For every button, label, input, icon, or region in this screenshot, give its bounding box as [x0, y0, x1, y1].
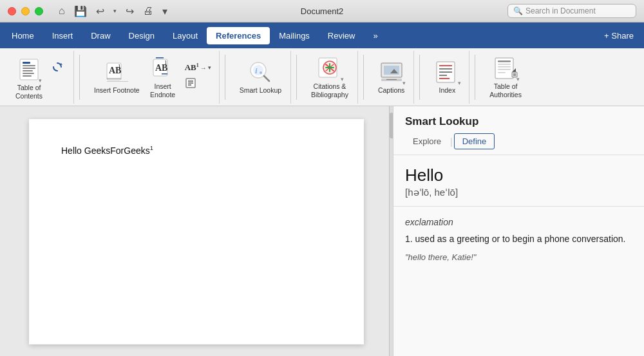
sl-def-item: 1. used as a greeting or to begin a phon…	[405, 232, 632, 246]
show-notes-icon	[185, 77, 199, 89]
svg-rect-47	[498, 66, 511, 68]
menubar: Home Insert Draw Design Layout Reference…	[0, 23, 644, 48]
smart-lookup-panel: Smart Lookup Explore | Define Hello [həˈ…	[393, 106, 644, 356]
svg-text:——————: ——————	[107, 79, 128, 83]
authorities-label: Table ofAuthorities	[489, 82, 522, 98]
sl-header: Smart Lookup Explore | Define	[393, 106, 644, 155]
insert-endnote-button[interactable]: AB 1 InsertEndnote	[146, 53, 180, 101]
captions-button[interactable]: ▾ Captions	[374, 57, 408, 97]
endnote-icon: AB 1	[151, 57, 175, 80]
scrollbar-thumb[interactable]	[390, 113, 393, 138]
insert-footnote-label: Insert Footnote	[94, 86, 140, 95]
citations-button[interactable]: ▾ Citations &Bibliography	[307, 53, 352, 101]
svg-rect-48	[498, 69, 511, 70]
traffic-lights	[8, 7, 43, 15]
citations-icon	[317, 55, 343, 81]
tab-define[interactable]: Define	[454, 133, 495, 149]
tab-divider: |	[450, 136, 453, 147]
insert-endnote-label: InsertEndnote	[150, 82, 175, 98]
sl-title: Smart Lookup	[405, 115, 632, 128]
svg-rect-17	[162, 73, 167, 75]
refresh-icon	[52, 61, 63, 73]
index-label: Index	[439, 86, 456, 95]
ribbon-group-index: ▾ Index	[425, 51, 469, 104]
toc-icon	[19, 58, 39, 81]
insert-footnote-button[interactable]: AB 1 —————— Insert Footnote	[90, 57, 144, 97]
index-button[interactable]: ▾ Index	[430, 57, 464, 97]
sl-word-section: Hello [həˈlō, heˈlō]	[393, 155, 644, 207]
ribbon-group-captions: ▾ Captions	[369, 51, 414, 104]
menu-layout[interactable]: Layout	[164, 27, 207, 44]
sl-word: Hello	[405, 165, 632, 185]
citations-label: Citations &Bibliography	[311, 82, 348, 98]
more-icon[interactable]: ▾	[160, 4, 170, 19]
smart-lookup-label: Smart Lookup	[240, 86, 281, 95]
menu-home[interactable]: Home	[3, 27, 43, 44]
svg-rect-49	[498, 72, 506, 73]
menu-draw[interactable]: Draw	[82, 27, 119, 44]
save-icon[interactable]: 💾	[71, 4, 90, 19]
document-page: Hello GeeksForGeeks1	[29, 119, 364, 344]
ribbon-group-authorities: ▾ Table ofAuthorities	[480, 51, 531, 104]
undo-icon[interactable]: ↩	[93, 4, 107, 19]
index-icon	[434, 59, 460, 85]
tab-explore[interactable]: Explore	[405, 134, 449, 149]
captions-icon	[379, 59, 404, 85]
svg-point-26	[260, 71, 262, 74]
ribbon-group-smart: i Smart Lookup	[231, 51, 291, 104]
sl-def-number: 1.	[405, 234, 413, 244]
svg-rect-4	[23, 70, 33, 71]
toc-button[interactable]: ▾ Table ofContents	[12, 54, 46, 102]
home-icon[interactable]: ⌂	[56, 4, 68, 18]
maximize-button[interactable]	[35, 7, 43, 15]
titlebar: ⌂ 💾 ↩ ▾ ↪ 🖨 ▾ Document2 🔍 Search in Docu…	[0, 0, 644, 23]
next-footnote-button[interactable]: AB1 → ▾	[182, 61, 214, 74]
menu-insert[interactable]: Insert	[43, 27, 82, 44]
close-button[interactable]	[8, 7, 16, 15]
print-icon[interactable]: 🖨	[140, 4, 156, 18]
menu-references[interactable]: References	[207, 27, 270, 44]
document-text: Hello GeeksForGeeks	[61, 145, 150, 156]
svg-rect-6	[23, 75, 32, 77]
ribbon-group-citations: ▾ Citations &Bibliography	[302, 51, 358, 104]
svg-rect-1	[23, 62, 30, 64]
svg-line-25	[264, 76, 269, 81]
redo-icon[interactable]: ↪	[123, 4, 137, 19]
sl-quote: "hello there, Katie!"	[405, 252, 632, 262]
smart-lookup-icon: i	[248, 60, 272, 84]
menu-more[interactable]: »	[364, 27, 386, 44]
authorities-button[interactable]: ▾ Table ofAuthorities	[486, 53, 526, 101]
menu-mailings[interactable]: Mailings	[270, 27, 319, 44]
svg-rect-3	[23, 68, 35, 69]
svg-rect-2	[23, 65, 35, 66]
share-button[interactable]: + Share	[596, 28, 641, 43]
sl-tabs: Explore | Define	[405, 133, 632, 149]
sl-definition-section: exclamation 1. used as a greeting or to …	[393, 207, 644, 272]
document-superscript: 1	[150, 145, 153, 151]
sl-def-type: exclamation	[405, 217, 632, 227]
svg-text:1: 1	[118, 63, 121, 70]
sl-def-text: used as a greeting or to begin a phone c…	[415, 234, 626, 244]
scrollbar[interactable]	[389, 106, 393, 356]
search-icon: 🔍	[513, 6, 523, 15]
show-notes-button[interactable]	[182, 76, 214, 90]
menu-review[interactable]: Review	[319, 27, 365, 44]
document-content: Hello GeeksForGeeks1	[61, 145, 332, 156]
undo-dropdown-icon[interactable]: ▾	[111, 6, 119, 15]
menu-design[interactable]: Design	[120, 27, 164, 44]
svg-rect-46	[498, 64, 511, 65]
ribbon-group-footnotes: AB 1 —————— Insert Footnote AB 1 InsertE…	[85, 51, 220, 104]
svg-rect-16	[156, 57, 164, 59]
footnote-icon: AB 1 ——————	[105, 61, 128, 84]
titlebar-icons: ⌂ 💾 ↩ ▾ ↪ 🖨 ▾	[56, 4, 170, 19]
minimize-button[interactable]	[21, 7, 30, 15]
main-area: Hello GeeksForGeeks1 Smart Lookup Explor…	[0, 106, 644, 356]
authorities-icon	[493, 55, 518, 81]
search-placeholder: Search in Document	[526, 6, 596, 15]
toc-refresh-button[interactable]	[48, 58, 67, 76]
search-bar[interactable]: 🔍 Search in Document	[507, 4, 636, 18]
toc-label: Table ofContents	[15, 84, 43, 100]
smart-lookup-button[interactable]: i Smart Lookup	[236, 57, 285, 97]
ribbon-group-toc: ▾ Table ofContents	[5, 51, 74, 104]
svg-rect-45	[498, 61, 511, 62]
